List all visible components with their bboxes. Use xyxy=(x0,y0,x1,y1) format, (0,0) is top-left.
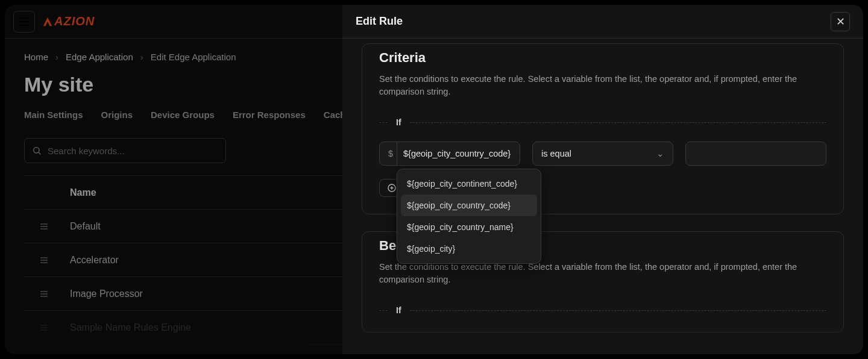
app-window: AZION Home › Edge Application › Edit Edg… xyxy=(5,5,863,354)
dropdown-option[interactable]: ${geoip_city_country_code} xyxy=(401,195,537,216)
behaviours-description: Set the conditions to execute the rule. … xyxy=(379,261,826,286)
if-label: If xyxy=(396,305,401,315)
behaviours-if-row: If xyxy=(379,305,826,315)
drawer-title: Edit Rule xyxy=(356,15,403,28)
variable-value: ${geoip_city_country_code} xyxy=(403,149,511,158)
criteria-section: Criteria Set the conditions to execute t… xyxy=(362,43,844,214)
dropdown-option[interactable]: ${geoip_city_continent_code} xyxy=(401,173,537,195)
variable-select[interactable]: $ ${geoip_city_country_code} ${geoip_cit… xyxy=(379,142,520,166)
drawer-body: Criteria Set the conditions to execute t… xyxy=(342,39,863,354)
operator-select[interactable]: is equal ⌄ xyxy=(532,142,673,166)
comparison-input[interactable] xyxy=(685,142,826,166)
dropdown-option[interactable]: ${geoip_city} xyxy=(401,238,537,260)
operator-value: is equal xyxy=(541,149,571,158)
chevron-down-icon: ⌄ xyxy=(656,149,664,158)
close-icon: ✕ xyxy=(836,15,845,28)
drawer-header: Edit Rule ✕ xyxy=(342,5,863,39)
close-button[interactable]: ✕ xyxy=(831,12,850,31)
plus-circle-icon xyxy=(387,183,397,193)
variable-prefix: $ xyxy=(380,142,397,165)
criteria-row: $ ${geoip_city_country_code} ${geoip_cit… xyxy=(379,142,826,166)
dropdown-option[interactable]: ${geoip_city_country_name} xyxy=(401,216,537,238)
criteria-if-row: If xyxy=(379,117,826,127)
edit-rule-drawer: Edit Rule ✕ Criteria Set the conditions … xyxy=(342,5,863,354)
if-label: If xyxy=(396,117,401,127)
criteria-description: Set the conditions to execute the rule. … xyxy=(379,73,826,98)
criteria-heading: Criteria xyxy=(379,44,826,66)
variable-dropdown: ${geoip_city_continent_code} ${geoip_cit… xyxy=(397,169,541,264)
